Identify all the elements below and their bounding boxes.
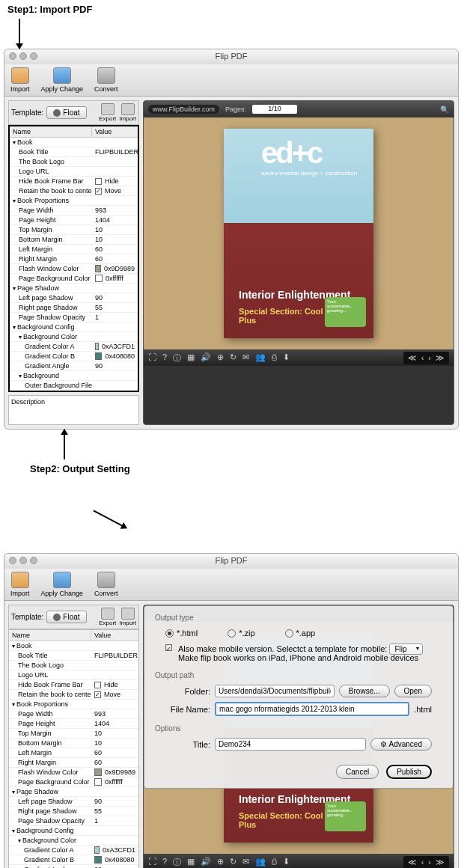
prop-row[interactable]: Page Shadow [10,284,138,293]
prop-value[interactable]: 1 [92,313,138,322]
prop-row[interactable]: Background Color [10,332,138,342]
download-icon[interactable]: ⬇ [283,352,290,364]
checkbox-icon[interactable] [95,178,102,185]
prop-row[interactable]: Page Height1404 [9,719,138,729]
color-swatch[interactable] [94,768,102,776]
prop-value[interactable]: 55 [92,303,138,312]
print-icon-2[interactable]: ⎙ [272,857,277,868]
share-icon-2[interactable]: 👥 [255,857,266,868]
prop-value[interactable] [92,332,138,341]
prev-page-icon-2[interactable]: ‹ [421,858,424,867]
prop-value[interactable]: 993 [92,206,138,215]
folder-input[interactable] [215,685,335,697]
share-icon[interactable]: 👥 [255,352,266,364]
prop-row[interactable]: Left page Shadow90 [9,797,138,807]
last-page-icon-2[interactable]: ≫ [436,858,445,867]
prop-row[interactable]: Page Height1404 [10,216,138,225]
prop-row[interactable]: Gradient Color A0xA3CFD1 [9,846,138,855]
prop-row[interactable]: Gradient Angle90 [9,865,138,868]
prop-value[interactable] [92,196,138,205]
checkbox-icon[interactable] [95,188,102,195]
checkbox-icon[interactable] [94,682,101,688]
book-area[interactable]: ed+c environmental design + construction… [144,117,454,349]
help-icon[interactable]: ? [162,352,167,364]
publish-button[interactable]: Publish [386,765,432,779]
prop-row[interactable]: Logo URL [10,167,138,177]
radio-zip[interactable]: *.zip [228,629,254,638]
color-swatch[interactable] [94,778,102,786]
prop-row[interactable]: Page Shadow Opacity1 [10,313,138,323]
print-icon[interactable]: ⎙ [272,352,277,364]
prop-row[interactable]: Retain the book to centerMove [9,690,138,700]
prop-row[interactable]: Page Shadow [9,787,138,797]
prop-row[interactable]: Page Background Color0xffffff [9,777,138,787]
prop-row[interactable]: Flash Window Color0x9D9989 [9,768,138,777]
prop-value[interactable]: 0xffffff [91,777,138,786]
prop-row[interactable]: Page Shadow Opacity1 [9,816,138,826]
thumbnails-icon[interactable]: ▦ [187,352,195,364]
prop-value[interactable] [92,323,138,331]
prop-value[interactable] [92,138,138,147]
prop-value[interactable] [91,670,138,679]
export-button-2[interactable]: Export [99,608,116,626]
apply-change-button-2[interactable]: Apply Change [41,572,84,597]
color-swatch[interactable] [94,856,102,864]
prop-value[interactable] [91,826,138,835]
zoom-in-icon[interactable]: ⊕ [217,352,224,364]
prop-row[interactable]: Gradient Color B0x408080 [10,352,138,361]
prop-row[interactable]: Page Background Color0xffffff [10,274,138,284]
prop-value[interactable]: 993 [91,709,138,718]
import-template-button-2[interactable]: Import [119,608,136,626]
next-page-icon[interactable]: › [428,353,431,363]
float-button[interactable]: Float [46,106,86,119]
prop-value[interactable]: 1 [91,816,138,825]
open-button[interactable]: Open [394,685,432,697]
prop-value[interactable]: 90 [92,293,138,302]
color-swatch[interactable] [95,275,103,282]
properties-table[interactable]: Name Value BookBook TitleFLIPBUILDER.The… [8,125,139,392]
autoflip-icon-2[interactable]: ↻ [230,857,236,868]
prop-value[interactable]: 60 [92,245,138,254]
prop-row[interactable]: Background Config [10,323,138,332]
prop-value[interactable] [91,787,138,796]
color-swatch[interactable] [95,265,101,272]
prop-value[interactable] [91,836,138,845]
prop-value[interactable] [91,661,138,670]
prop-row[interactable]: Logo URL [9,670,138,680]
float-button-2[interactable]: Float [46,611,86,623]
checkbox-icon[interactable] [94,691,101,698]
prop-row[interactable]: Book [9,641,138,651]
filename-input[interactable] [215,702,409,716]
mobile-checkbox[interactable] [165,644,172,651]
first-page-icon-2[interactable]: ≪ [408,858,417,867]
prop-value[interactable] [92,157,138,166]
prop-value[interactable]: FLIPBUILDER. [92,147,138,156]
prop-row[interactable]: Right Margin60 [9,758,138,768]
advanced-button[interactable]: ⚙ Advanced [370,738,432,751]
prop-row[interactable]: Book TitleFLIPBUILDER. [10,147,138,157]
prev-page-icon[interactable]: ‹ [421,353,424,363]
prop-value[interactable]: 0x9D9989 [91,768,138,777]
prop-value[interactable]: 0xffffff [92,274,138,283]
prop-row[interactable]: Outer Background File [10,381,138,391]
prop-row[interactable]: Background Config [9,826,138,836]
first-page-icon[interactable]: ≪ [408,353,417,363]
prop-value[interactable]: 0x9D9989 [92,264,138,273]
search-icon[interactable]: 🔍 [440,106,449,114]
prop-value[interactable] [92,284,138,293]
prop-value[interactable]: 10 [92,235,138,244]
prop-row[interactable]: Gradient Angle90 [10,361,138,371]
prop-value[interactable]: 0xA3CFD1 [91,846,138,855]
pages-input[interactable]: 1/10 [252,105,297,114]
prop-row[interactable]: Book TitleFLIPBUILDER. [9,651,138,661]
zoom-in-icon-2[interactable]: ⊕ [217,857,224,868]
prop-value[interactable]: 90 [92,361,138,370]
prop-value[interactable] [92,381,138,390]
prop-row[interactable]: Page Width993 [10,206,138,216]
prop-value[interactable]: 60 [91,758,138,767]
prop-value[interactable] [91,641,138,650]
close-dot[interactable] [9,52,16,60]
prop-row[interactable]: Book [10,138,138,147]
prop-row[interactable]: Background [10,371,138,381]
prop-row[interactable]: Top Margin10 [9,729,138,739]
